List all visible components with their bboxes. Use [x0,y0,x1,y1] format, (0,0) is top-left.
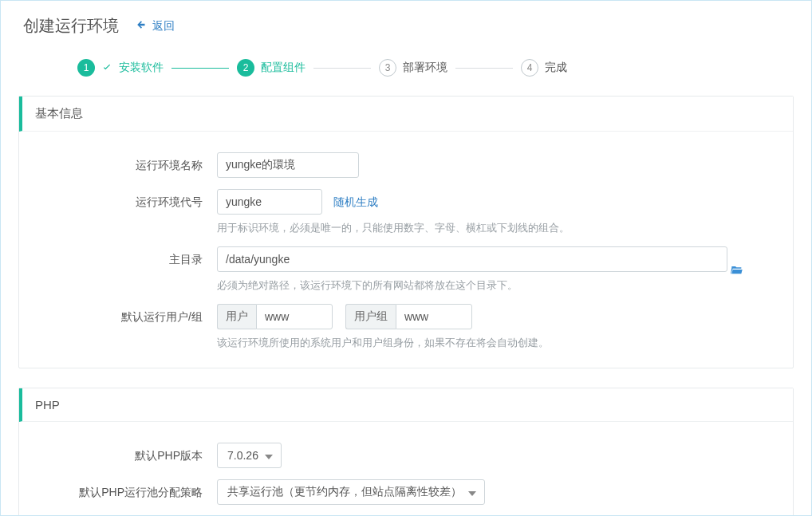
panel-basic-info: 基本信息 运行环境名称 运行环境代号 随机生成 用于标识环境，必须是唯一的，只能… [18,96,794,368]
home-dir-help: 必须为绝对路径，该运行环境下的所有网站都将放在这个目录下。 [217,278,771,293]
php-version-value: 7.0.26 [227,449,258,462]
step-number: 3 [379,59,396,77]
label-php-pool: 默认PHP运行池分配策略 [41,479,217,505]
php-pool-select[interactable]: 共享运行池（更节约内存，但站点隔离性较差） [217,479,485,505]
step-finish[interactable]: 4 完成 [521,59,567,77]
caret-down-icon [265,449,273,462]
step-label: 安装软件 [119,61,164,75]
step-number: 1 [77,59,95,77]
step-label: 配置组件 [261,61,305,75]
panel-php-body: 默认PHP版本 7.0.26 默认PHP运行池分配策略 共享运行池（更节约内存，… [19,422,793,516]
label-home-dir: 主目录 [41,246,217,272]
random-generate-link[interactable]: 随机生成 [333,189,378,215]
progress-stepper: 1 安装软件 2 配置组件 3 部署环境 4 完成 [1,45,811,96]
group-input[interactable] [396,304,472,329]
step-connector [171,68,229,69]
step-install[interactable]: 1 安装软件 [77,59,164,77]
step-number: 2 [237,59,254,77]
php-pool-value: 共享运行池（更节约内存，但站点隔离性较差） [227,485,462,499]
label-env-name: 运行环境名称 [41,152,217,178]
group-input-group: 用户组 [345,304,472,329]
row-php-pool: 默认PHP运行池分配策略 共享运行池（更节约内存，但站点隔离性较差） [41,479,771,505]
folder-open-icon[interactable] [731,264,743,275]
env-code-help: 用于标识环境，必须是唯一的，只能使用数字、字母、横杠或下划线的组合。 [217,221,771,235]
user-input[interactable] [256,304,333,329]
row-php-version: 默认PHP版本 7.0.26 [41,443,771,468]
user-addon: 用户 [217,304,256,329]
env-name-input[interactable] [217,152,359,178]
step-label: 完成 [545,61,567,75]
row-home-dir: 主目录 必须为绝对路径，该运行环境下的所有网站都将放在这个目录下。 [41,246,771,293]
page-header: 创建运行环境 返回 [1,1,811,45]
label-env-code: 运行环境代号 [41,189,217,215]
panel-basic-body: 运行环境名称 运行环境代号 随机生成 用于标识环境，必须是唯一的，只能使用数字、… [19,132,793,368]
caret-down-icon [468,486,476,498]
php-version-select[interactable]: 7.0.26 [217,443,282,468]
page-title: 创建运行环境 [23,15,119,37]
group-addon: 用户组 [345,304,396,329]
step-number: 4 [521,59,538,77]
page-container: 创建运行环境 返回 1 安装软件 2 配置组件 3 部署环境 4 [0,0,812,516]
label-php-version: 默认PHP版本 [41,443,217,468]
env-code-input[interactable] [217,189,322,215]
step-connector [455,68,513,69]
step-deploy[interactable]: 3 部署环境 [379,59,447,77]
panel-php-title: PHP [19,388,793,422]
back-link[interactable]: 返回 [136,19,175,33]
home-dir-input[interactable] [217,246,727,272]
step-configure[interactable]: 2 配置组件 [237,59,305,77]
panel-php: PHP 默认PHP版本 7.0.26 默认PHP运行池分配策略 [18,388,794,516]
step-connector [313,68,371,69]
back-arrow-icon [136,19,148,33]
panel-basic-title: 基本信息 [19,97,793,132]
run-user-help: 该运行环境所使用的系统用户和用户组身份，如果不存在将会自动创建。 [217,336,771,350]
step-label: 部署环境 [403,61,447,75]
row-env-name: 运行环境名称 [41,152,771,178]
row-run-user: 默认运行用户/组 用户 用户组 该运行环境所使用的系统用户和用户组身份，如果不存… [41,304,771,350]
check-icon [101,62,112,73]
row-env-code: 运行环境代号 随机生成 用于标识环境，必须是唯一的，只能使用数字、字母、横杠或下… [41,189,771,235]
user-input-group: 用户 [217,304,333,329]
label-run-user: 默认运行用户/组 [41,304,217,329]
back-link-label: 返回 [152,19,175,33]
